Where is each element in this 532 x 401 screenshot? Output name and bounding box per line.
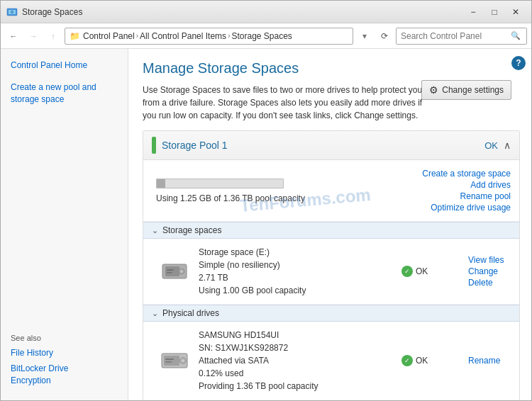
physical-drive-name: SAMSUNG HD154UI SN: S1XWJ1KS928872 Attac… <box>199 329 392 392</box>
content-area: ? Manage Storage Spaces Use Storage Spac… <box>128 49 531 400</box>
dropdown-button[interactable]: ▾ <box>356 28 373 45</box>
title-bar: Storage Spaces − □ ✕ <box>1 1 531 23</box>
svg-rect-8 <box>167 269 174 271</box>
main-content: Control Panel Home Create a new pool and… <box>1 49 531 400</box>
optimize-drive-link[interactable]: Optimize drive usage <box>431 203 511 213</box>
bitlocker-link[interactable]: BitLocker Drive Encryption <box>11 361 118 389</box>
file-history-link[interactable]: File History <box>11 345 118 361</box>
capacity-bar-fill <box>157 179 165 188</box>
see-also-label: See also <box>11 334 118 342</box>
capacity-section: Using 1.25 GB of 1.36 TB pool capacity C… <box>143 160 519 222</box>
rename-pool-link[interactable]: Rename pool <box>460 191 511 201</box>
window-icon <box>6 6 18 18</box>
pool-collapse-button[interactable]: ∧ <box>504 140 511 151</box>
sidebar-home-link[interactable]: Control Panel Home <box>1 57 128 74</box>
physical-drive-status: ✓ OK <box>401 355 458 366</box>
settings-gear-icon: ⚙ <box>429 84 438 96</box>
path-file-icon: 📁 <box>70 31 80 41</box>
capacity-bar <box>156 179 284 188</box>
add-drives-link[interactable]: Add drives <box>470 180 511 190</box>
pool-color-indicator <box>152 137 156 154</box>
path-part3: Storage Spaces <box>231 31 292 41</box>
storage-spaces-chevron: ⌄ <box>152 226 158 235</box>
search-box: 🔍 <box>396 28 527 45</box>
physical-drive-item: SAMSUNG HD154UI SN: S1XWJ1KS928872 Attac… <box>143 322 519 400</box>
search-icon: 🔍 <box>511 31 521 40</box>
storage-space-links: View files Change Delete <box>468 255 511 288</box>
minimize-button[interactable]: − <box>463 4 483 20</box>
pool-status: OK <box>484 140 498 151</box>
svg-rect-15 <box>165 361 172 363</box>
pool-container: Storage Pool 1 OK ∧ Using 1.25 GB of 1.3… <box>143 130 520 400</box>
physical-drive-status-text: OK <box>416 356 428 366</box>
window-controls: − □ ✕ <box>463 4 526 20</box>
address-path: 📁 Control Panel › All Control Panel Item… <box>65 28 353 45</box>
storage-spaces-section-header[interactable]: ⌄ Storage spaces <box>143 222 519 239</box>
svg-point-7 <box>181 271 183 273</box>
svg-rect-9 <box>167 272 172 273</box>
pool-header-left: Storage Pool 1 <box>152 137 228 154</box>
storage-space-item: Storage space (E:) Simple (no resiliency… <box>143 239 519 305</box>
change-settings-label: Change settings <box>442 85 504 95</box>
physical-drives-section-header[interactable]: ⌄ Physical drives <box>143 305 519 322</box>
sidebar-see-also: See also File History BitLocker Drive En… <box>1 320 128 392</box>
physical-drives-label: Physical drives <box>162 308 219 318</box>
capacity-text: Using 1.25 GB of 1.36 TB pool capacity <box>156 193 305 203</box>
svg-point-13 <box>182 359 184 362</box>
change-settings-button[interactable]: ⚙ Change settings <box>421 80 511 100</box>
pool-name: Storage Pool 1 <box>162 140 228 151</box>
physical-drive-icon <box>160 350 189 371</box>
rename-drive-link[interactable]: Rename <box>468 356 511 366</box>
pool-header-right: OK ∧ <box>484 140 511 151</box>
storage-space-status-text: OK <box>416 266 428 276</box>
storage-spaces-label: Storage spaces <box>162 225 221 235</box>
storage-space-status: ✓ OK <box>401 266 458 277</box>
maximize-button[interactable]: □ <box>484 4 504 20</box>
address-bar: ← → ↑ 📁 Control Panel › All Control Pane… <box>1 23 531 49</box>
sidebar-create-link[interactable]: Create a new pool and storage space <box>1 79 128 108</box>
svg-rect-14 <box>165 358 174 360</box>
close-button[interactable]: ✕ <box>506 4 526 20</box>
physical-drive-links: Rename <box>468 356 511 366</box>
page-title: Manage Storage Spaces <box>143 60 520 77</box>
storage-space-name: Storage space (E:) Simple (no resiliency… <box>199 246 392 297</box>
svg-rect-5 <box>165 266 179 276</box>
storage-space-info: Storage space (E:) Simple (no resiliency… <box>199 246 392 297</box>
storage-space-icon <box>160 261 189 282</box>
up-button[interactable]: ↑ <box>45 28 62 45</box>
search-input[interactable] <box>401 31 511 41</box>
sidebar: Control Panel Home Create a new pool and… <box>1 49 128 400</box>
pool-action-links: Create a storage space Add drives Rename… <box>422 169 511 213</box>
path-arrow1: › <box>136 32 138 40</box>
svg-rect-11 <box>164 356 179 366</box>
path-part1: Control Panel <box>83 31 135 41</box>
path-part2: All Control Panel Items <box>140 31 226 41</box>
forward-button[interactable]: → <box>25 28 42 45</box>
path-arrow2: › <box>228 32 230 40</box>
help-button[interactable]: ? <box>511 56 526 70</box>
create-storage-space-link[interactable]: Create a storage space <box>422 169 511 179</box>
delete-storage-link[interactable]: Delete <box>468 278 511 288</box>
refresh-button[interactable]: ⟳ <box>376 28 393 45</box>
svg-point-3 <box>11 11 13 13</box>
physical-drive-info: SAMSUNG HD154UI SN: S1XWJ1KS928872 Attac… <box>199 329 392 392</box>
view-files-link[interactable]: View files <box>468 255 511 265</box>
ok-checkmark-icon: ✓ <box>401 266 413 277</box>
back-button[interactable]: ← <box>5 28 22 45</box>
change-storage-link[interactable]: Change <box>468 266 511 276</box>
ok-checkmark-icon-2: ✓ <box>401 355 413 366</box>
physical-drives-chevron: ⌄ <box>152 309 158 318</box>
description-text: Use Storage Spaces to save files to two … <box>143 84 433 122</box>
pool-header: Storage Pool 1 OK ∧ <box>143 131 519 160</box>
main-window: Storage Spaces − □ ✕ ← → ↑ 📁 Control Pan… <box>0 0 532 401</box>
capacity-info: Using 1.25 GB of 1.36 TB pool capacity <box>156 179 422 203</box>
window-title: Storage Spaces <box>22 7 463 17</box>
